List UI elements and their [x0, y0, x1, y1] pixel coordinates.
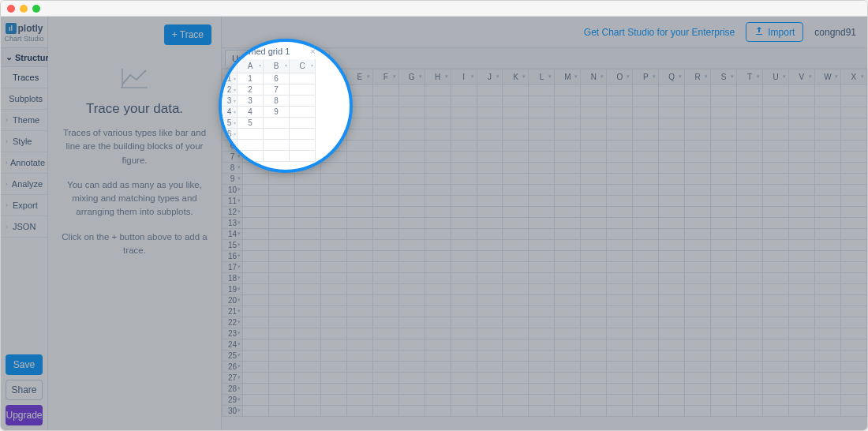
grid-cell[interactable] — [814, 85, 840, 96]
grid-cell[interactable] — [685, 273, 711, 284]
grid-cell[interactable] — [633, 107, 659, 118]
grid-cell[interactable] — [372, 174, 398, 185]
grid-cell[interactable] — [763, 306, 789, 317]
grid-cell[interactable] — [529, 196, 555, 207]
grid-cell[interactable] — [788, 107, 814, 118]
grid-cell[interactable] — [555, 207, 581, 218]
grid-cell[interactable] — [242, 306, 268, 317]
grid-cell[interactable] — [763, 350, 789, 362]
grid-cell[interactable] — [633, 317, 659, 328]
grid-cell[interactable] — [711, 328, 737, 339]
grid-cell[interactable] — [320, 295, 346, 306]
grid-cell[interactable] — [503, 174, 529, 185]
grid-cell[interactable] — [711, 196, 737, 207]
grid-cell[interactable] — [268, 284, 294, 295]
maximize-icon[interactable] — [32, 5, 40, 13]
grid-cell[interactable] — [788, 317, 814, 328]
grid-cell[interactable] — [242, 339, 268, 350]
grid-cell[interactable] — [372, 373, 398, 384]
grid-cell[interactable] — [346, 152, 372, 163]
row-header[interactable]: 26▾ — [223, 362, 243, 373]
row-header[interactable]: 23▾ — [223, 328, 243, 339]
grid-cell[interactable] — [814, 229, 840, 240]
grid-cell[interactable] — [814, 196, 840, 207]
grid-cell[interactable] — [555, 373, 581, 384]
grid-cell[interactable] — [294, 218, 320, 229]
sidebar-item-export[interactable]: ›Export — [1, 195, 47, 216]
grid-cell[interactable] — [814, 118, 840, 129]
grid-cell[interactable] — [346, 373, 372, 384]
grid-cell[interactable] — [711, 362, 737, 373]
grid-cell[interactable] — [607, 196, 633, 207]
grid-cell[interactable] — [451, 118, 477, 129]
grid-cell[interactable] — [685, 262, 711, 273]
grid-cell[interactable] — [814, 107, 840, 118]
grid-cell[interactable] — [555, 339, 581, 350]
grid-cell[interactable] — [788, 350, 814, 362]
grid-cell[interactable] — [737, 163, 763, 174]
grid-cell[interactable] — [555, 306, 581, 317]
grid-cell[interactable] — [814, 284, 840, 295]
grid-cell[interactable] — [555, 251, 581, 262]
row-header[interactable]: 28▾ — [223, 384, 243, 395]
grid-cell[interactable] — [581, 306, 607, 317]
grid-cell[interactable] — [477, 129, 503, 141]
grid-cell[interactable] — [659, 317, 685, 328]
grid-cell[interactable] — [477, 118, 503, 129]
grid-cell[interactable] — [814, 96, 840, 107]
grid-cell[interactable] — [633, 384, 659, 395]
grid-cell[interactable] — [294, 350, 320, 362]
row-header[interactable]: 30▾ — [223, 406, 243, 417]
grid-cell[interactable] — [346, 196, 372, 207]
grid-cell[interactable] — [737, 328, 763, 339]
grid-cell[interactable] — [372, 328, 398, 339]
grid-cell[interactable] — [788, 163, 814, 174]
grid-cell[interactable] — [607, 240, 633, 251]
grid-cell[interactable] — [398, 384, 425, 395]
grid-cell[interactable] — [763, 118, 789, 129]
grid-cell[interactable] — [346, 229, 372, 240]
grid-cell[interactable] — [451, 96, 477, 107]
upgrade-button[interactable]: Upgrade — [6, 405, 43, 425]
grid-cell[interactable] — [242, 284, 268, 295]
grid-cell[interactable] — [398, 295, 425, 306]
grid-cell[interactable] — [633, 163, 659, 174]
grid-cell[interactable] — [346, 317, 372, 328]
grid-cell[interactable] — [503, 240, 529, 251]
grid-cell[interactable] — [659, 295, 685, 306]
grid-cell[interactable] — [451, 306, 477, 317]
grid-cell[interactable] — [555, 240, 581, 251]
grid-cell[interactable] — [659, 395, 685, 406]
grid-cell[interactable] — [372, 317, 398, 328]
grid-cell[interactable] — [268, 240, 294, 251]
grid-cell[interactable] — [711, 163, 737, 174]
grid-cell[interactable] — [451, 384, 477, 395]
grid-cell[interactable] — [320, 284, 346, 295]
grid-cell[interactable] — [581, 284, 607, 295]
grid-cell[interactable] — [840, 118, 866, 129]
grid-cell[interactable] — [659, 118, 685, 129]
grid-cell[interactable] — [529, 141, 555, 152]
grid-cell[interactable] — [814, 174, 840, 185]
grid-cell[interactable] — [737, 174, 763, 185]
grid-cell[interactable] — [607, 373, 633, 384]
grid-cell[interactable] — [294, 317, 320, 328]
row-header[interactable]: 29▾ — [223, 395, 243, 406]
grid-cell[interactable] — [320, 207, 346, 218]
grid-cell[interactable] — [788, 174, 814, 185]
grid-cell[interactable] — [503, 306, 529, 317]
grid-cell[interactable] — [398, 96, 425, 107]
grid-cell[interactable] — [529, 229, 555, 240]
grid-cell[interactable] — [268, 185, 294, 196]
grid-cell[interactable] — [607, 317, 633, 328]
grid-cell[interactable] — [451, 163, 477, 174]
grid-cell[interactable] — [685, 141, 711, 152]
grid-cell[interactable] — [320, 406, 346, 417]
grid-cell[interactable] — [294, 406, 320, 417]
grid-cell[interactable] — [737, 196, 763, 207]
grid-cell[interactable] — [425, 207, 451, 218]
grid-cell[interactable] — [398, 196, 425, 207]
grid-cell[interactable] — [711, 85, 737, 96]
grid-cell[interactable] — [659, 163, 685, 174]
sidebar-item-annotate[interactable]: ›Annotate — [1, 152, 47, 174]
